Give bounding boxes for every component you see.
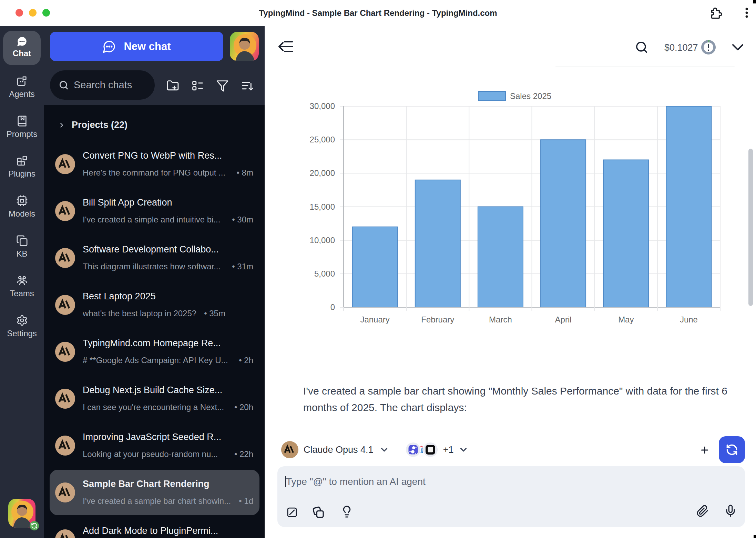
svg-text:March: March xyxy=(489,315,512,324)
svg-text:10,000: 10,000 xyxy=(310,236,335,245)
svg-text:25,000: 25,000 xyxy=(310,135,335,144)
svg-text:30,000: 30,000 xyxy=(310,101,335,111)
svg-text:15,000: 15,000 xyxy=(310,202,335,211)
svg-text:May: May xyxy=(618,315,634,324)
svg-text:5,000: 5,000 xyxy=(314,269,335,278)
svg-text:January: January xyxy=(360,315,389,324)
svg-text:February: February xyxy=(421,315,454,324)
svg-text:20,000: 20,000 xyxy=(310,168,335,178)
svg-text:0: 0 xyxy=(330,302,335,312)
svg-text:June: June xyxy=(680,315,698,324)
svg-text:April: April xyxy=(555,315,572,324)
svg-text:Sales 2025: Sales 2025 xyxy=(510,91,551,101)
